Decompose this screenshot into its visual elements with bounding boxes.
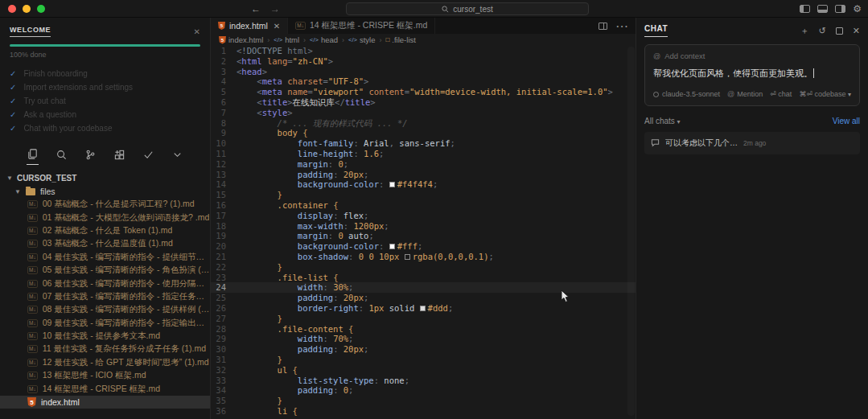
file-row[interactable]: M↓09 最佳实践 - 编写清晰的指令 - 指定输出长度 (1).md <box>0 317 210 330</box>
expand-icon[interactable] <box>836 27 843 35</box>
tab-crispe-md[interactable]: M↓ 14 框架思维 - CRISPE 框架.md <box>288 18 435 34</box>
code-line[interactable]: 24 width: 30%; <box>211 282 636 293</box>
code-line[interactable]: 30 padding: 20px; <box>211 344 636 355</box>
welcome-item[interactable]: ✓Ask a question <box>10 108 200 121</box>
file-row[interactable]: M↓04 最佳实践 - 编写清晰的指令 - 提供细节和背景 (1).md <box>0 251 210 264</box>
code-line[interactable]: 2<html lang="zh-CN"> <box>211 56 636 67</box>
code-line[interactable]: 3<head> <box>211 67 636 77</box>
welcome-item[interactable]: ✓Finish onboarding <box>10 67 200 80</box>
toggle-left-sidebar-icon[interactable] <box>800 5 810 13</box>
chat-history-item[interactable]: 可以考虑以下几个…2m ago <box>644 132 860 154</box>
file-row[interactable]: M↓05 最佳实践 - 编写清晰的指令 - 角色扮演 (1).md <box>0 264 210 277</box>
extensions-icon[interactable] <box>113 148 125 165</box>
code-line[interactable]: 33 list-style-type: none; <box>211 376 636 386</box>
close-icon[interactable]: ✕ <box>853 26 860 36</box>
more-actions-icon[interactable]: ⋯ <box>615 18 628 34</box>
view-all-link[interactable]: View all <box>833 117 860 125</box>
close-tab-icon[interactable]: ✕ <box>274 22 280 31</box>
minimize-window-button[interactable] <box>23 5 31 13</box>
code-line[interactable]: 13 padding: 20px; <box>211 170 636 180</box>
code-line[interactable]: 17 display: flex; <box>211 211 636 221</box>
file-row[interactable]: M↓06 最佳实践 - 编写清晰的指令 - 使用分隔符 (1).md <box>0 277 210 290</box>
code-area[interactable]: 1<!DOCTYPE html>2<html lang="zh-CN">3<he… <box>211 46 636 417</box>
source-control-icon[interactable] <box>84 148 97 165</box>
chat-input[interactable]: @ Add context 帮我优化页面风格，使得页面更加美观。 claude-… <box>644 44 860 106</box>
split-editor-icon[interactable] <box>599 23 607 30</box>
code-line[interactable]: 34 padding: 0; <box>211 385 636 396</box>
code-line[interactable]: 22 } <box>211 262 636 273</box>
close-icon[interactable]: ✕ <box>194 27 200 36</box>
code-line[interactable]: 8 /* ... 现有的样式代码 ... */ <box>211 118 636 129</box>
code-line[interactable]: 20 background-color: #fff; <box>211 241 636 252</box>
welcome-item[interactable]: ✓Chat with your codebase <box>10 121 200 135</box>
chevron-down-icon[interactable] <box>171 148 183 165</box>
code-line[interactable]: 11 line-height: 1.6; <box>211 149 636 159</box>
history-icon[interactable]: ↺ <box>819 26 826 36</box>
files-icon[interactable] <box>27 148 39 165</box>
code-line[interactable]: 31 } <box>211 355 636 365</box>
command-search-box[interactable]: cursor_test <box>346 2 589 15</box>
add-context-button[interactable]: @ Add context <box>653 51 851 60</box>
code-line[interactable]: 15 } <box>211 190 636 200</box>
file-row[interactable]: M↓02 基础概念 - 什么是 Token (1).md <box>0 224 210 237</box>
code-line[interactable]: 21 box-shadow: 0 0 10px rgba(0,0,0,0.1); <box>211 252 636 262</box>
back-arrow-icon[interactable]: ← <box>251 3 261 14</box>
code-line[interactable]: 27 } <box>211 314 636 324</box>
send-codebase-button[interactable]: ⌘⏎ codebase ▾ <box>799 90 851 98</box>
file-row[interactable]: M↓12 最佳实践 - 给 GPT 足够时间“思考” (1).md <box>0 356 210 369</box>
welcome-item[interactable]: ✓Try out chat <box>10 94 200 108</box>
breadcrumb-item[interactable]: </>head <box>310 35 338 44</box>
model-selector[interactable]: claude-3.5-sonnet <box>653 90 720 98</box>
code-line[interactable]: 12 margin: 0; <box>211 159 636 170</box>
toggle-panel-icon[interactable] <box>817 5 828 13</box>
code-line[interactable]: 14 background-color: #f4f4f4; <box>211 179 636 190</box>
tab-index-html[interactable]: index.html ✕ <box>211 18 288 34</box>
chat-message-text[interactable]: 帮我优化页面风格，使得页面更加美观。 <box>653 68 851 80</box>
mention-button[interactable]: @ Mention <box>727 90 763 98</box>
toggle-right-sidebar-icon[interactable] <box>835 5 845 13</box>
welcome-item[interactable]: ✓Import extensions and settings <box>10 80 200 94</box>
code-line[interactable]: 19 margin: 0 auto; <box>211 231 636 241</box>
code-line[interactable]: 4 <meta charset="UTF-8"> <box>211 76 636 87</box>
file-row[interactable]: M↓01 基础概念 - 大模型怎么做到词语接龙? .md <box>0 211 210 224</box>
code-line[interactable]: 23 .file-list { <box>211 273 636 283</box>
code-line[interactable]: 32 ul { <box>211 365 636 376</box>
code-line[interactable]: 16 .container { <box>211 200 636 211</box>
file-row[interactable]: index.html <box>0 396 210 409</box>
workspace-header[interactable]: ▼ CURSOR_TEST <box>0 171 210 185</box>
close-window-button[interactable] <box>8 5 16 13</box>
breadcrumb-item[interactable]: □.file-list <box>385 35 415 44</box>
breadcrumb-item[interactable]: </>html <box>274 35 299 44</box>
code-line[interactable]: 5 <meta name="viewport" content="width=d… <box>211 87 636 97</box>
send-chat-button[interactable]: ⏎ chat <box>770 90 792 98</box>
all-chats-dropdown[interactable]: All chats ▾ <box>644 117 681 125</box>
code-line[interactable]: 35 } <box>211 396 636 406</box>
file-row[interactable]: M↓14 框架思维 - CRISPE 框架.md <box>0 382 210 395</box>
editor-scrollbar[interactable] <box>627 47 635 416</box>
zoom-window-button[interactable] <box>37 5 45 13</box>
code-line[interactable]: 26 border-right: 1px solid #ddd; <box>211 303 636 314</box>
chat-tab[interactable]: CHAT <box>644 24 668 37</box>
code-line[interactable]: 18 max-width: 1200px; <box>211 221 636 232</box>
breadcrumb-item[interactable]: index.html <box>219 35 263 44</box>
code-line[interactable]: 10 font-family: Arial, sans-serif; <box>211 138 636 149</box>
forward-arrow-icon[interactable]: → <box>270 3 280 14</box>
file-row[interactable]: M↓08 最佳实践 - 编写清晰的指令 - 提供样例 (1).md <box>0 303 210 316</box>
code-line[interactable]: 29 width: 70%; <box>211 334 636 344</box>
file-row[interactable]: M↓10 最佳实践 - 提供参考文本.md <box>0 330 210 343</box>
code-line[interactable]: 1<!DOCTYPE html> <box>211 46 636 56</box>
file-row[interactable]: M↓03 基础概念 - 什么是温度值 (1).md <box>0 237 210 250</box>
file-row[interactable]: M↓07 最佳实践 - 编写清晰的指令 - 指定任务所需步骤 (1).md <box>0 290 210 303</box>
check-icon[interactable] <box>142 148 154 165</box>
file-row[interactable]: M↓00 基础概念 - 什么是提示词工程? (1).md <box>0 198 210 211</box>
code-line[interactable]: 6 <title>在线知识库</title> <box>211 97 636 108</box>
code-line[interactable]: 9 body { <box>211 128 636 138</box>
breadcrumb-item[interactable]: </>style <box>348 35 375 44</box>
search-icon[interactable] <box>56 148 68 165</box>
code-line[interactable]: 28 .file-content { <box>211 324 636 335</box>
code-line[interactable]: 25 padding: 20px; <box>211 293 636 303</box>
folder-files[interactable]: ▼ files <box>0 185 210 198</box>
code-line[interactable]: 36 li { <box>211 406 636 417</box>
new-chat-icon[interactable]: ＋ <box>800 25 809 37</box>
file-row[interactable]: M↓13 框架思维 - ICIO 框架.md <box>0 369 210 382</box>
